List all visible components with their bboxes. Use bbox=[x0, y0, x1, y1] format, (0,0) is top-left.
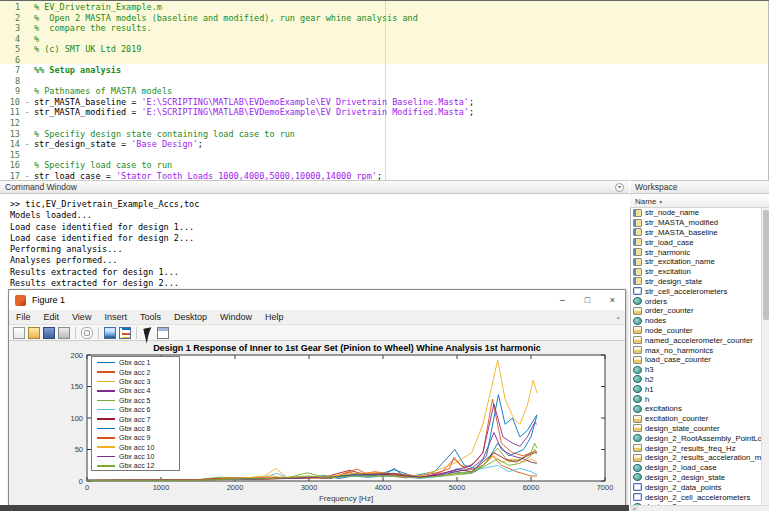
legend-entry[interactable]: Gbx acc 5 bbox=[92, 396, 179, 405]
code-token: 'Base Design' bbox=[131, 139, 198, 149]
breakpoint-gutter[interactable] bbox=[20, 55, 34, 66]
workspace-variable-row[interactable]: str_harmonic bbox=[630, 247, 761, 257]
maximize-button[interactable]: □ bbox=[575, 290, 600, 310]
workspace-horizontal-scrollbar[interactable]: < bbox=[630, 505, 769, 511]
workspace-variable-row[interactable]: h2 bbox=[630, 375, 761, 385]
menubar-overflow-icon[interactable]: ⌄ bbox=[615, 313, 621, 321]
breakpoint-gutter[interactable]: - bbox=[20, 139, 34, 150]
workspace-variable-row[interactable]: str_design_state bbox=[630, 277, 761, 287]
breakpoint-gutter[interactable] bbox=[20, 150, 34, 161]
insert-legend-icon[interactable] bbox=[119, 327, 131, 339]
workspace-variable-row[interactable]: design_2_design_state bbox=[630, 473, 761, 483]
save-figure-icon[interactable] bbox=[43, 327, 55, 339]
workspace-variable-row[interactable]: node_counter bbox=[630, 326, 761, 336]
breakpoint-gutter[interactable] bbox=[20, 44, 34, 55]
workspace-variable-row[interactable]: str_excitation_name bbox=[630, 257, 761, 267]
edit-plot-icon[interactable] bbox=[142, 327, 154, 339]
legend-entry[interactable]: Gbx acc 6 bbox=[92, 405, 179, 414]
legend-entry[interactable]: Gbx acc 3 bbox=[92, 377, 179, 386]
new-figure-icon[interactable] bbox=[13, 327, 25, 339]
workspace-variable-row[interactable]: design_state_counter bbox=[630, 424, 761, 434]
figure-titlebar[interactable]: Figure 1 –□× bbox=[9, 290, 625, 310]
workspace-vertical-scrollbar[interactable] bbox=[761, 208, 769, 505]
legend-entry[interactable]: Gbx acc 2 bbox=[92, 367, 179, 376]
workspace-variable-row[interactable]: h3 bbox=[630, 365, 761, 375]
breakpoint-gutter[interactable] bbox=[20, 76, 34, 87]
scroll-left-icon[interactable]: < bbox=[630, 506, 639, 511]
close-button[interactable]: × bbox=[600, 290, 625, 310]
workspace-variable-row[interactable]: order_counter bbox=[630, 306, 761, 316]
workspace-header[interactable]: Workspace bbox=[630, 180, 769, 194]
breakpoint-gutter[interactable] bbox=[20, 118, 34, 129]
insert-colorbar-icon[interactable] bbox=[104, 327, 116, 339]
workspace-variable-row[interactable]: design_2_results_freq_Hz bbox=[630, 443, 761, 453]
breakpoint-gutter[interactable] bbox=[20, 34, 34, 45]
menu-window[interactable]: Window bbox=[220, 312, 252, 322]
workspace-variable-row[interactable]: h bbox=[630, 394, 761, 404]
breakpoint-gutter[interactable] bbox=[20, 65, 34, 76]
menu-edit[interactable]: Edit bbox=[44, 312, 60, 322]
code-token: %% Setup analysis bbox=[34, 65, 121, 75]
breakpoint-gutter[interactable] bbox=[20, 13, 34, 24]
legend-entry[interactable]: Gbx acc 9 bbox=[92, 433, 179, 442]
workspace-variable-row[interactable]: design_2_load_case bbox=[630, 463, 761, 473]
minimize-button[interactable]: – bbox=[550, 290, 575, 310]
legend-entry[interactable]: Gbx acc 4 bbox=[92, 386, 179, 395]
workspace-variable-row[interactable]: str_node_name bbox=[630, 208, 761, 218]
workspace-variable-row[interactable]: design_2_RootAssembly_PointLoads bbox=[630, 433, 761, 443]
workspace-variable-row[interactable]: str_excitation bbox=[630, 267, 761, 277]
menu-help[interactable]: Help bbox=[265, 312, 284, 322]
workspace-variable-row[interactable]: design_2_data_points bbox=[630, 482, 761, 492]
variable-type-obj-icon bbox=[633, 405, 642, 413]
workspace-variable-row[interactable]: design_2_cell_accelerometers bbox=[630, 492, 761, 502]
workspace-variable-row[interactable]: load_case_counter bbox=[630, 355, 761, 365]
legend-line-swatch bbox=[97, 400, 115, 402]
menu-tools[interactable]: Tools bbox=[140, 312, 161, 322]
menu-insert[interactable]: Insert bbox=[104, 312, 127, 322]
variable-type-char-icon bbox=[633, 277, 642, 285]
scrollbar-thumb[interactable] bbox=[763, 210, 769, 320]
workspace-variable-row[interactable]: max_no_harmonics bbox=[630, 345, 761, 355]
menu-view[interactable]: View bbox=[72, 312, 91, 322]
workspace-variable-row[interactable]: str_load_case bbox=[630, 237, 761, 247]
legend-label: Gbx acc 1 bbox=[119, 359, 151, 366]
variable-type-obj-icon bbox=[633, 464, 642, 472]
breakpoint-gutter[interactable]: - bbox=[20, 107, 34, 118]
breakpoint-gutter[interactable] bbox=[20, 2, 34, 13]
workspace-variable-row[interactable]: excitations bbox=[630, 404, 761, 414]
menu-desktop[interactable]: Desktop bbox=[174, 312, 207, 322]
legend-entry[interactable]: Gbx acc 10 bbox=[92, 443, 179, 452]
panel-actions-icon[interactable]: ▾ bbox=[615, 183, 624, 192]
link-plot-icon[interactable] bbox=[81, 327, 93, 339]
breakpoint-gutter[interactable]: - bbox=[20, 171, 34, 180]
workspace-variable-row[interactable]: str_MASTA_baseline bbox=[630, 228, 761, 238]
legend-entry[interactable]: Gbx acc 8 bbox=[92, 424, 179, 433]
breakpoint-gutter[interactable] bbox=[20, 160, 34, 171]
chart-legend[interactable]: Gbx acc 1Gbx acc 2Gbx acc 3Gbx acc 4Gbx … bbox=[91, 356, 180, 471]
workspace-variable-row[interactable]: nodes bbox=[630, 316, 761, 326]
print-figure-icon[interactable] bbox=[58, 327, 70, 339]
workspace-variable-row[interactable]: str_cell_accelerometers bbox=[630, 286, 761, 296]
legend-entry[interactable]: Gbx acc 7 bbox=[92, 414, 179, 423]
workspace-variable-row[interactable]: str_MASTA_modified bbox=[630, 218, 761, 228]
breakpoint-gutter[interactable] bbox=[20, 86, 34, 97]
command-window-header[interactable]: Command Window ▾ bbox=[0, 180, 629, 194]
workspace-variable-row[interactable]: named_accelerometer_counter bbox=[630, 335, 761, 345]
workspace-variable-row[interactable]: h1 bbox=[630, 384, 761, 394]
legend-entry[interactable]: Gbx acc 10 bbox=[92, 452, 179, 461]
legend-entry[interactable]: Gbx acc 1 bbox=[92, 358, 179, 367]
workspace-variable-row[interactable]: excitation_counter bbox=[630, 414, 761, 424]
breakpoint-gutter[interactable]: - bbox=[20, 97, 34, 108]
open-file-icon[interactable] bbox=[28, 327, 40, 339]
workspace-variable-row[interactable]: orders bbox=[630, 296, 761, 306]
property-inspector-icon[interactable] bbox=[157, 327, 169, 339]
breakpoint-gutter[interactable] bbox=[20, 23, 34, 34]
workspace-column-header[interactable]: Name ▾ bbox=[630, 195, 769, 208]
breakpoint-gutter[interactable] bbox=[20, 129, 34, 140]
menu-file[interactable]: File bbox=[16, 312, 31, 322]
editor-pane[interactable]: 1 % EV_Drivetrain_Example.m2 % Open 2 MA… bbox=[0, 1, 769, 180]
workspace-variable-row[interactable]: design_2_results_acceleration_mps2 bbox=[630, 453, 761, 463]
code-token: ; bbox=[377, 171, 382, 180]
variable-name: excitations bbox=[645, 404, 682, 413]
legend-entry[interactable]: Gbx acc 12 bbox=[92, 461, 179, 470]
